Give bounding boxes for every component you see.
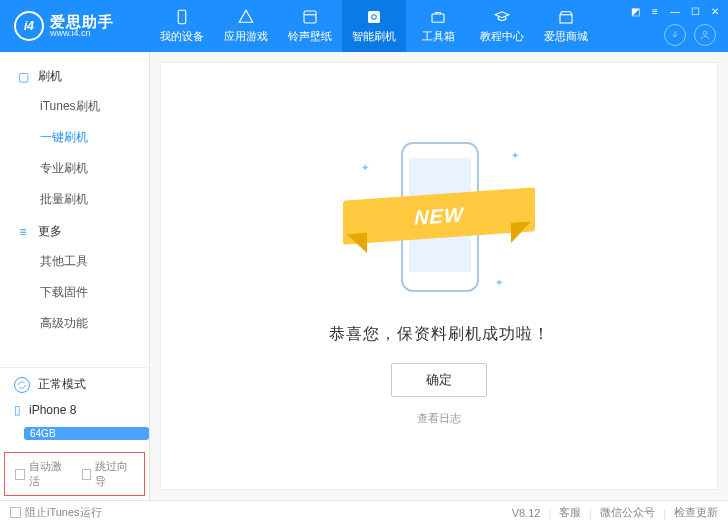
logo: i4 爱思助手 www.i4.cn bbox=[0, 11, 150, 41]
nav-ringtone[interactable]: 铃声壁纸 bbox=[278, 0, 342, 52]
sidebar-item-other-tools[interactable]: 其他工具 bbox=[0, 246, 149, 277]
checkbox-icon bbox=[15, 469, 25, 480]
checkbox-label: 自动激活 bbox=[29, 459, 68, 489]
checkbox-label: 跳过向导 bbox=[95, 459, 134, 489]
window-controls: ◩ ≡ — ☐ ✕ bbox=[628, 4, 722, 18]
ok-button[interactable]: 确定 bbox=[391, 363, 487, 397]
checkbox-icon bbox=[82, 469, 92, 480]
nav-label: 智能刷机 bbox=[352, 29, 396, 44]
sidebar-item-itunes-flash[interactable]: iTunes刷机 bbox=[0, 91, 149, 122]
logo-icon: i4 bbox=[14, 11, 44, 41]
checkbox-skip-guide[interactable]: 跳过向导 bbox=[82, 459, 135, 489]
user-controls bbox=[664, 24, 716, 46]
refresh-icon bbox=[365, 8, 383, 26]
logo-title: 爱思助手 bbox=[50, 14, 114, 29]
check-update-link[interactable]: 检查更新 bbox=[674, 505, 718, 520]
device-mode-status[interactable]: 正常模式 bbox=[0, 367, 149, 397]
toolbox-icon bbox=[429, 8, 447, 26]
nav-label: 铃声壁纸 bbox=[288, 29, 332, 44]
apps-icon bbox=[237, 8, 255, 26]
sidebar-item-pro-flash[interactable]: 专业刷机 bbox=[0, 153, 149, 184]
nav-label: 工具箱 bbox=[422, 29, 455, 44]
list-icon: ≡ bbox=[16, 225, 30, 239]
flash-options: 自动激活 跳过向导 bbox=[4, 452, 145, 496]
svg-rect-0 bbox=[178, 10, 186, 24]
checkbox-icon bbox=[10, 507, 21, 518]
sidebar-item-oneclick-flash[interactable]: 一键刷机 bbox=[0, 122, 149, 153]
sidebar-group-flash[interactable]: ▢ 刷机 bbox=[0, 60, 149, 91]
svg-point-5 bbox=[703, 31, 707, 35]
nav-apps[interactable]: 应用游戏 bbox=[214, 0, 278, 52]
new-ribbon: NEW bbox=[343, 187, 535, 244]
sidebar-group-more[interactable]: ≡ 更多 bbox=[0, 215, 149, 246]
checkbox-block-itunes[interactable]: 阻止iTunes运行 bbox=[10, 505, 102, 520]
success-illustration: ✦ ✦ ✦ NEW bbox=[349, 126, 529, 306]
nav-flash[interactable]: 智能刷机 bbox=[342, 0, 406, 52]
nav-label: 我的设备 bbox=[160, 29, 204, 44]
status-bar: 阻止iTunes运行 V8.12 | 客服 | 微信公众号 | 检查更新 bbox=[0, 500, 728, 524]
close-icon[interactable]: ✕ bbox=[708, 4, 722, 18]
nav-label: 教程中心 bbox=[480, 29, 524, 44]
nav-label: 应用游戏 bbox=[224, 29, 268, 44]
phone-small-icon: ▯ bbox=[14, 403, 21, 417]
nav-store[interactable]: 爱思商城 bbox=[534, 0, 598, 52]
user-icon[interactable] bbox=[694, 24, 716, 46]
group-title: 刷机 bbox=[38, 68, 62, 85]
device-icon: ▢ bbox=[16, 70, 30, 84]
minimize-icon[interactable]: — bbox=[668, 4, 682, 18]
graduation-icon bbox=[493, 8, 511, 26]
nav-toolbox[interactable]: 工具箱 bbox=[406, 0, 470, 52]
sidebar-item-advanced[interactable]: 高级功能 bbox=[0, 308, 149, 339]
sidebar-item-batch-flash[interactable]: 批量刷机 bbox=[0, 184, 149, 215]
store-icon bbox=[557, 8, 575, 26]
support-link[interactable]: 客服 bbox=[559, 505, 581, 520]
phone-icon bbox=[173, 8, 191, 26]
device-info[interactable]: ▯ iPhone 8 bbox=[0, 397, 149, 427]
success-message: 恭喜您，保资料刷机成功啦！ bbox=[329, 324, 550, 345]
app-header: i4 爱思助手 www.i4.cn 我的设备 应用游戏 铃声壁纸 智能刷机 工具… bbox=[0, 0, 728, 52]
svg-rect-2 bbox=[368, 11, 380, 23]
media-icon bbox=[301, 8, 319, 26]
group-title: 更多 bbox=[38, 223, 62, 240]
menu-icon[interactable]: ≡ bbox=[648, 4, 662, 18]
nav-tutorial[interactable]: 教程中心 bbox=[470, 0, 534, 52]
nav-my-device[interactable]: 我的设备 bbox=[150, 0, 214, 52]
nav-label: 爱思商城 bbox=[544, 29, 588, 44]
status-text: 正常模式 bbox=[38, 376, 86, 393]
svg-rect-4 bbox=[560, 15, 572, 23]
sidebar: ▢ 刷机 iTunes刷机 一键刷机 专业刷机 批量刷机 ≡ 更多 其他工具 下… bbox=[0, 52, 150, 500]
version-label: V8.12 bbox=[512, 507, 541, 519]
wechat-link[interactable]: 微信公众号 bbox=[600, 505, 655, 520]
checkbox-auto-activate[interactable]: 自动激活 bbox=[15, 459, 68, 489]
device-name: iPhone 8 bbox=[29, 403, 76, 417]
download-icon[interactable] bbox=[664, 24, 686, 46]
logo-subtitle: www.i4.cn bbox=[50, 29, 114, 38]
svg-rect-3 bbox=[432, 14, 444, 22]
top-nav: 我的设备 应用游戏 铃声壁纸 智能刷机 工具箱 教程中心 爱思商城 bbox=[150, 0, 598, 52]
skin-icon[interactable]: ◩ bbox=[628, 4, 642, 18]
maximize-icon[interactable]: ☐ bbox=[688, 4, 702, 18]
checkbox-label: 阻止iTunes运行 bbox=[25, 505, 102, 520]
main-panel: ✦ ✦ ✦ NEW 恭喜您，保资料刷机成功啦！ 确定 查看日志 bbox=[150, 52, 728, 500]
storage-badge: 64GB bbox=[24, 427, 149, 440]
sidebar-item-download-firmware[interactable]: 下载固件 bbox=[0, 277, 149, 308]
svg-rect-1 bbox=[304, 11, 316, 23]
view-log-link[interactable]: 查看日志 bbox=[417, 411, 461, 426]
sync-icon bbox=[14, 377, 30, 393]
